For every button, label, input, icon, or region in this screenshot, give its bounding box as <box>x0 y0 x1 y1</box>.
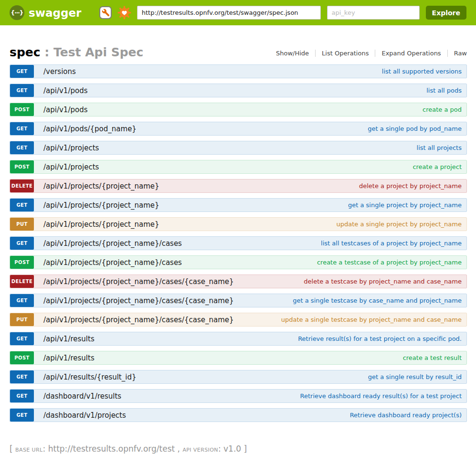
endpoint-row[interactable]: GET /dashboard/v1/results Retrieve dashb… <box>10 389 467 403</box>
wrench-button[interactable] <box>99 6 111 19</box>
resource-name: spec <box>10 45 41 59</box>
endpoint-path[interactable]: /api/v1/results <box>43 335 95 343</box>
spec-url-input[interactable] <box>137 6 321 20</box>
endpoint-summary[interactable]: get a single project by project_name <box>348 201 462 209</box>
endpoint-row[interactable]: PUT /api/v1/projects/{project_name}/case… <box>10 313 467 327</box>
page-title: spec : Test Api Spec <box>10 46 143 58</box>
resource-title-row: spec : Test Api Spec Show/Hide List Oper… <box>10 46 467 58</box>
endpoint-row[interactable]: PUT /api/v1/projects/{project_name} upda… <box>10 217 467 231</box>
endpoint-summary[interactable]: delete a project by project_name <box>359 182 462 190</box>
endpoint-row[interactable]: DELETE /api/v1/projects/{project_name} d… <box>10 179 467 193</box>
endpoint-path[interactable]: /api/v1/pods <box>43 86 88 95</box>
endpoint-summary[interactable]: update a single testcase by project_name… <box>281 316 462 323</box>
endpoint-summary[interactable]: get a single testcase by case_name and p… <box>293 297 462 304</box>
endpoint-row[interactable]: POST /api/v1/projects/{project_name}/cas… <box>10 255 467 269</box>
endpoints-list: GET /versions list all supported version… <box>10 64 467 422</box>
footer-open-bracket: [ <box>10 444 15 454</box>
raw-link[interactable]: Raw <box>448 50 467 57</box>
http-method-badge: GET <box>10 84 34 97</box>
endpoint-path[interactable]: /dashboard/v1/projects <box>43 411 126 420</box>
wrench-icon <box>102 9 110 17</box>
endpoint-summary[interactable]: get a single result by result_id <box>368 373 462 380</box>
endpoint-path[interactable]: /api/v1/results/{result_id} <box>43 373 136 381</box>
endpoint-row[interactable]: GET /api/v1/projects/{project_name}/case… <box>10 236 467 250</box>
endpoint-summary[interactable]: Retrieve dashboard ready project(s) <box>350 412 462 419</box>
endpoint-summary[interactable]: update a single project by project_name <box>337 221 462 228</box>
endpoint-summary[interactable]: list all projects <box>417 144 462 151</box>
endpoint-row[interactable]: GET /api/v1/projects/{project_name} get … <box>10 198 467 212</box>
http-method-badge: POST <box>10 256 34 269</box>
endpoint-row[interactable]: GET /api/v1/pods list all pods <box>10 84 467 97</box>
http-method-badge: POST <box>10 103 34 116</box>
list-operations-link[interactable]: List Operations <box>316 50 375 57</box>
endpoint-summary[interactable]: delete a testcase by project_name and ca… <box>304 278 462 285</box>
base-url-value: http://testresults.opnfv.org/test <box>48 444 175 454</box>
http-method-badge: PUT <box>10 218 34 231</box>
api-version-value: v1.0 <box>223 444 241 454</box>
http-method-badge: GET <box>10 199 34 211</box>
endpoint-summary[interactable]: get a single pod by pod_name <box>368 125 462 132</box>
top-header-bar: {···} swagger Explore <box>0 0 476 25</box>
base-url-label: base url <box>15 447 43 453</box>
endpoint-row[interactable]: GET /api/v1/pods/{pod_name} get a single… <box>10 122 467 136</box>
endpoint-summary[interactable]: list all supported versions <box>382 68 462 75</box>
endpoint-path[interactable]: /dashboard/v1/results <box>43 392 121 401</box>
endpoint-path[interactable]: /api/v1/projects/{project_name} <box>43 201 159 210</box>
operations-toolbar: Show/Hide List Operations Expand Operati… <box>270 50 467 58</box>
http-method-badge: GET <box>10 390 34 402</box>
footer-close-bracket: ] <box>241 444 247 454</box>
endpoint-summary[interactable]: create a project <box>413 163 462 170</box>
endpoint-summary[interactable]: create a test result <box>403 354 462 361</box>
endpoint-row[interactable]: POST /api/v1/projects create a project <box>10 160 467 174</box>
endpoint-path[interactable]: /api/v1/projects/{project_name}/cases/{c… <box>43 277 234 286</box>
endpoint-path[interactable]: /api/v1/projects/{project_name}/cases/{c… <box>43 316 234 324</box>
api-key-input[interactable] <box>327 6 420 20</box>
endpoint-path[interactable]: /api/v1/projects/{project_name}/cases <box>43 239 182 248</box>
brand-name: swagger <box>29 7 81 19</box>
http-method-badge: PUT <box>10 313 34 326</box>
endpoint-row[interactable]: POST /api/v1/results create a test resul… <box>10 351 467 365</box>
endpoint-row[interactable]: DELETE /api/v1/projects/{project_name}/c… <box>10 275 467 288</box>
http-method-badge: GET <box>10 370 34 383</box>
explore-button[interactable]: Explore <box>426 6 466 20</box>
endpoint-row[interactable]: GET /versions list all supported version… <box>10 64 467 78</box>
endpoint-summary[interactable]: create a pod <box>423 106 462 113</box>
http-method-badge: GET <box>10 141 34 154</box>
endpoint-summary[interactable]: Retrieve result(s) for a test project on… <box>298 335 462 342</box>
endpoint-path[interactable]: /api/v1/projects/{project_name} <box>43 182 159 190</box>
endpoint-row[interactable]: GET /api/v1/results Retrieve result(s) f… <box>10 332 467 346</box>
endpoint-row[interactable]: GET /api/v1/results/{result_id} get a si… <box>10 370 467 384</box>
base-url-footer: [ base url: http://testresults.opnfv.org… <box>10 444 466 454</box>
endpoint-path[interactable]: /api/v1/results <box>43 354 95 362</box>
show-hide-link[interactable]: Show/Hide <box>270 50 316 57</box>
http-method-badge: GET <box>10 65 34 78</box>
endpoint-row[interactable]: GET /api/v1/projects list all projects <box>10 141 467 155</box>
expand-operations-link[interactable]: Expand Operations <box>375 50 447 57</box>
endpoint-row[interactable]: GET /api/v1/projects/{project_name}/case… <box>10 294 467 307</box>
endpoint-row[interactable]: GET /dashboard/v1/projects Retrieve dash… <box>10 408 467 422</box>
api-version-label: api version <box>182 447 218 453</box>
endpoint-summary[interactable]: create a testcase of a project by projec… <box>317 259 462 266</box>
endpoint-path[interactable]: /api/v1/pods/{pod_name} <box>43 125 137 133</box>
http-method-badge: DELETE <box>10 275 34 288</box>
endpoint-path[interactable]: /api/v1/projects/{project_name}/cases <box>43 258 182 267</box>
endpoint-summary[interactable]: list all testcases of a project by proje… <box>321 240 462 247</box>
endpoint-row[interactable]: POST /api/v1/pods create a pod <box>10 103 467 116</box>
gear-heart-icon[interactable] <box>117 6 131 20</box>
endpoint-path[interactable]: /api/v1/projects/{project_name}/cases/{c… <box>43 296 234 305</box>
endpoint-path[interactable]: /api/v1/projects <box>43 144 99 152</box>
http-method-badge: GET <box>10 409 34 422</box>
endpoint-path[interactable]: /api/v1/projects <box>43 163 99 171</box>
http-method-badge: GET <box>10 122 34 135</box>
endpoint-path[interactable]: /versions <box>43 67 76 76</box>
http-method-badge: GET <box>10 237 34 250</box>
endpoint-summary[interactable]: list all pods <box>426 87 462 94</box>
resource-description: Test Api Spec <box>53 45 143 59</box>
endpoint-path[interactable]: /api/v1/projects/{project_name} <box>43 220 159 229</box>
api-documentation: spec : Test Api Spec Show/Hide List Oper… <box>10 46 467 422</box>
http-method-badge: GET <box>10 294 34 307</box>
endpoint-summary[interactable]: Retrieve dashboard ready result(s) for a… <box>300 392 462 400</box>
endpoint-path[interactable]: /api/v1/pods <box>43 106 88 114</box>
swagger-logo[interactable]: {···} swagger <box>10 5 81 20</box>
braces-icon: {···} <box>10 5 24 20</box>
